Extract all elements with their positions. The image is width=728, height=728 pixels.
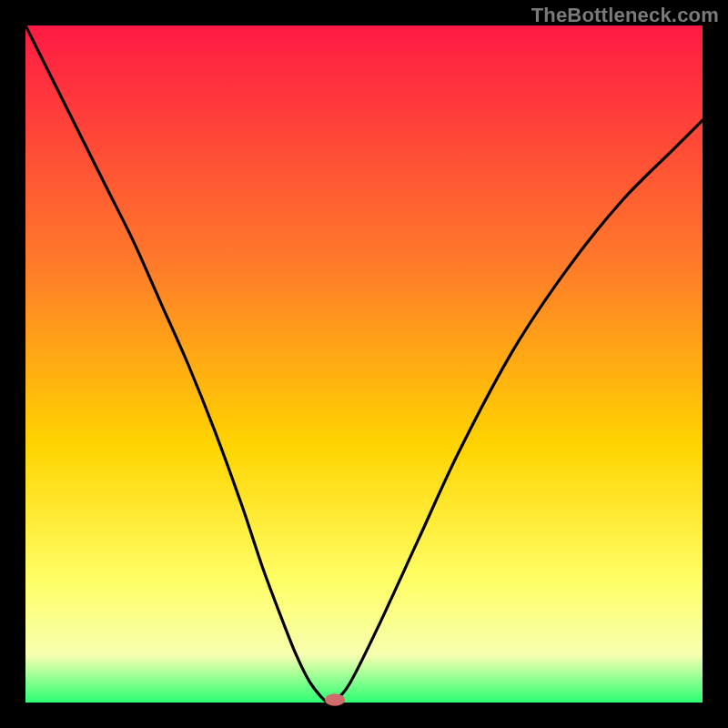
bottleneck-chart: [0, 0, 728, 728]
minimum-marker: [325, 693, 345, 705]
chart-container: TheBottleneck.com: [0, 0, 728, 728]
plot-area: [25, 25, 703, 703]
watermark-text: TheBottleneck.com: [531, 4, 719, 27]
